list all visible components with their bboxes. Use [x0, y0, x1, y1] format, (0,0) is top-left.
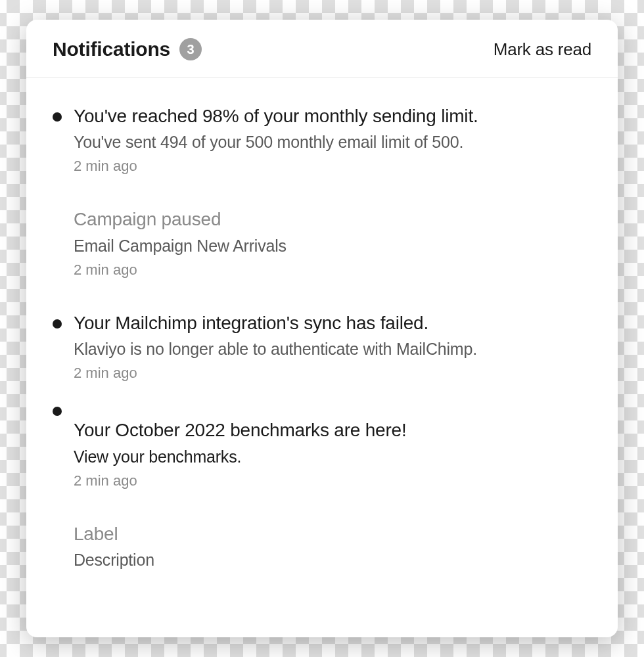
unread-dot-icon [53, 112, 62, 122]
notification-item[interactable]: You've reached 98% of your monthly sendi… [53, 104, 591, 175]
notification-item[interactable]: Your October 2022 benchmarks are here! V… [53, 407, 591, 489]
notification-description: Description [74, 549, 591, 572]
notification-title: Campaign paused [74, 208, 591, 231]
notification-content: Your October 2022 benchmarks are here! V… [74, 419, 591, 489]
notification-time: 2 min ago [74, 158, 591, 175]
notification-item[interactable]: Campaign paused Email Campaign New Arriv… [53, 208, 591, 278]
mark-as-read-button[interactable]: Mark as read [494, 39, 591, 60]
header-left: Notifications 3 [53, 38, 202, 60]
notifications-panel: Notifications 3 Mark as read You've reac… [26, 20, 618, 637]
notification-content: You've reached 98% of your monthly sendi… [74, 104, 591, 175]
notification-content: Label Description [74, 522, 591, 572]
unread-count-badge: 3 [179, 38, 202, 60]
notification-item[interactable]: Your Mailchimp integration's sync has fa… [53, 311, 591, 382]
notification-time: 2 min ago [74, 261, 591, 279]
notification-item[interactable]: Label Description [53, 522, 591, 572]
unread-dot-icon [53, 319, 62, 328]
notification-title: Your Mailchimp integration's sync has fa… [74, 311, 591, 335]
notification-time: 2 min ago [74, 365, 591, 382]
notification-title: Your October 2022 benchmarks are here! [74, 419, 591, 442]
notification-description: You've sent 494 of your 500 monthly emai… [74, 131, 591, 154]
notification-title: Label [74, 522, 591, 546]
panel-header: Notifications 3 Mark as read [26, 20, 618, 78]
panel-title: Notifications [53, 38, 170, 60]
notification-content: Campaign paused Email Campaign New Arriv… [74, 208, 591, 278]
notification-description: Klaviyo is no longer able to authenticat… [74, 338, 591, 361]
notification-description: View your benchmarks. [74, 445, 591, 468]
notification-title: You've reached 98% of your monthly sendi… [74, 104, 591, 128]
notification-content: Your Mailchimp integration's sync has fa… [74, 311, 591, 382]
notifications-list: You've reached 98% of your monthly sendi… [26, 78, 618, 637]
notification-time: 2 min ago [74, 472, 591, 489]
notification-description: Email Campaign New Arrivals [74, 235, 591, 258]
unread-dot-icon [53, 407, 62, 416]
